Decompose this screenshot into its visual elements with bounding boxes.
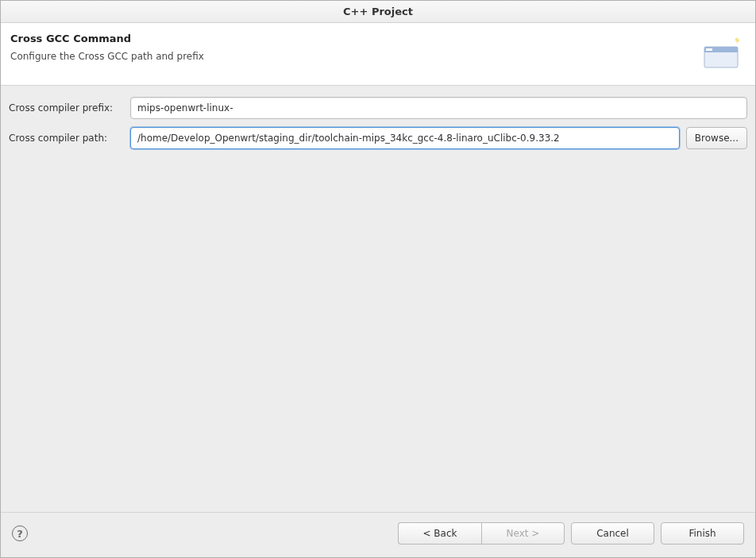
cancel-button[interactable]: Cancel [571,522,654,545]
wizard-description: Configure the Cross GCC path and prefix [10,51,204,62]
svg-rect-2 [706,48,712,51]
browse-button[interactable]: Browse... [686,127,747,149]
prefix-label: Cross compiler prefix: [9,102,124,114]
back-next-pair: < Back Next > [398,522,565,545]
window-titlebar: C++ Project [1,1,755,23]
path-row: Cross compiler path: Browse... [9,127,747,149]
wizard-header: Cross GCC Command Configure the Cross GC… [1,23,755,86]
wizard-window: C++ Project Cross GCC Command Configure … [0,0,756,558]
wizard-header-text: Cross GCC Command Configure the Cross GC… [10,33,204,62]
cross-compiler-path-input[interactable] [130,127,680,149]
help-button[interactable]: ? [12,525,28,541]
wizard-banner-icon [701,33,742,74]
next-button: Next > [481,522,565,545]
window-title: C++ Project [343,6,413,17]
wizard-title: Cross GCC Command [10,33,204,44]
path-label: Cross compiler path: [9,133,124,144]
wizard-nav-buttons: < Back Next > Cancel Finish [398,522,744,545]
wizard-content: Cross compiler prefix: Cross compiler pa… [1,86,755,512]
back-button[interactable]: < Back [398,522,481,545]
cross-compiler-prefix-input[interactable] [130,97,747,119]
finish-button[interactable]: Finish [661,522,744,545]
wizard-footer: ? < Back Next > Cancel Finish [1,512,755,557]
prefix-row: Cross compiler prefix: [9,97,747,119]
svg-point-4 [735,38,739,42]
help-icon: ? [17,528,23,540]
